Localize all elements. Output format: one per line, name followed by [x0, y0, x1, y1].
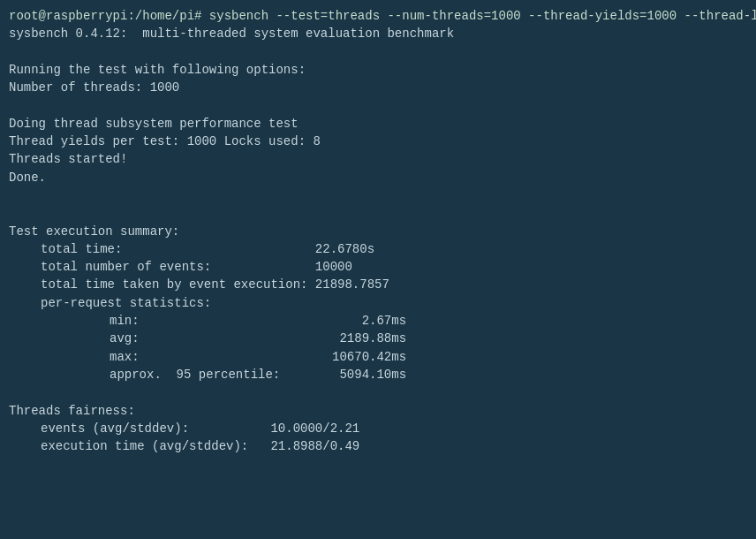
output-min: min: 2.67ms	[9, 312, 747, 330]
output-exec-time-stddev: execution time (avg/stddev): 21.8988/0.4…	[9, 437, 747, 455]
output-total-time-exec: total time taken by event execution: 218…	[9, 276, 747, 293]
blank-line-2	[9, 96, 747, 114]
blank-line-3	[9, 186, 747, 204]
output-events-stddev: events (avg/stddev): 10.0000/2.21	[9, 420, 747, 437]
output-running-opts: Running the test with following options:	[9, 61, 747, 79]
output-percentile: approx. 95 percentile: 5094.10ms	[9, 366, 747, 383]
blank-line-4	[9, 204, 747, 222]
output-per-request: per-request statistics:	[9, 294, 747, 312]
output-max: max: 10670.42ms	[9, 348, 747, 366]
output-yields: Thread yields per test: 1000 Locks used:…	[9, 133, 747, 150]
command-line: root@raspberrypi:/home/pi# sysbench --te…	[9, 7, 747, 25]
output-version: sysbench 0.4.12: multi-threaded system e…	[9, 25, 747, 42]
output-avg: avg: 2189.88ms	[9, 330, 747, 347]
output-total-time: total time: 22.6780s	[9, 240, 747, 258]
output-doing: Doing thread subsystem performance test	[9, 115, 747, 133]
output-started: Threads started!	[9, 150, 747, 168]
output-total-events: total number of events: 10000	[9, 258, 747, 276]
output-summary-header: Test execution summary:	[9, 223, 747, 240]
output-num-threads: Number of threads: 1000	[9, 79, 747, 96]
output-done: Done.	[9, 169, 747, 186]
blank-line-1	[9, 43, 747, 61]
blank-line-5	[9, 383, 747, 401]
output-fairness-header: Threads fairness:	[9, 402, 747, 420]
terminal-window: root@raspberrypi:/home/pi# sysbench --te…	[0, 0, 756, 539]
